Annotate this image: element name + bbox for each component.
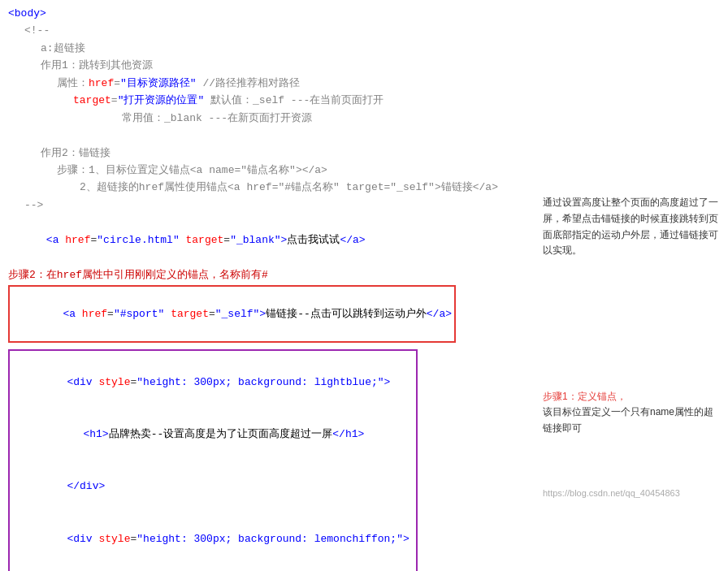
line-a-circle: <a href="circle.html" target="_blank">点击… — [8, 214, 528, 266]
line-comment-open: <!-- — [8, 22, 528, 39]
watermark-container: https://blog.csdn.net/qq_40454863 — [543, 486, 723, 501]
line-comment-1: a:超链接 — [8, 40, 528, 57]
step1-detail: 该目标位置定义一个只有name属性的超链接即可 — [543, 406, 713, 434]
line-div2-h1: <h1>品奶制品--设置高度是为了让页面高度超过一屏</h1> — [16, 565, 410, 571]
line-div1-h1: <h1>品牌热卖--设置高度是为了让页面高度超过一屏</h1> — [16, 409, 410, 461]
annotation-panel: 通过设置高度让整个页面的高度超过了一屏，希望点击锚链接的时候直接跳转到页面底部指… — [536, 0, 723, 571]
line-comment-blank — [8, 127, 528, 144]
step1-annotation: 步骤1：定义锚点， 该目标位置定义一个只有name属性的超链接即可 — [543, 389, 723, 437]
line-div2-open: <div style="height: 300px; background: l… — [16, 513, 410, 565]
line-comment-8: 2、超链接的href属性使用锚点<a href="#锚点名称" target="… — [8, 179, 528, 196]
line-comment-7: 步骤：1、目标位置定义锚点<a name="锚点名称"></a> — [8, 162, 528, 179]
line-comment-6: 作用2：锚链接 — [8, 145, 528, 162]
line-step2: 步骤2：在href属性中引用刚刚定义的锚点，名称前有# — [8, 266, 528, 283]
line-div1-close: </div> — [16, 461, 410, 513]
line-comment-close: --> — [8, 197, 528, 214]
watermark-text: https://blog.csdn.net/qq_40454863 — [543, 488, 680, 498]
highlight-div-block: <div style="height: 300px; background: l… — [8, 349, 418, 571]
line-a-sport: <a href="#sport" target="_self">锚链接--点击可… — [12, 308, 452, 338]
annotation-text: 通过设置高度让整个页面的高度超过了一屏，希望点击锚链接的时候直接跳转到页面底部指… — [543, 195, 723, 259]
line-div1-open: <div style="height: 300px; background: l… — [16, 356, 410, 408]
code-panel: <body> <!-- a:超链接 作用1：跳转到其他资源 属性：href="目… — [0, 0, 536, 571]
main-container: <body> <!-- a:超链接 作用1：跳转到其他资源 属性：href="目… — [0, 0, 728, 571]
line-comment-4: target="打开资源的位置" 默认值：_self ---在当前页面打开 — [8, 92, 528, 109]
highlight-sport-anchor: <a href="#sport" target="_self">锚链接--点击可… — [8, 285, 456, 343]
line-comment-2: 作用1：跳转到其他资源 — [8, 57, 528, 74]
step1-label: 步骤1：定义锚点， — [543, 391, 626, 402]
line-body-open: <body> — [8, 5, 528, 22]
line-comment-3: 属性：href="目标资源路径" //路径推荐相对路径 — [8, 75, 528, 92]
line-comment-5: 常用值：_blank ---在新页面打开资源 — [8, 110, 528, 127]
